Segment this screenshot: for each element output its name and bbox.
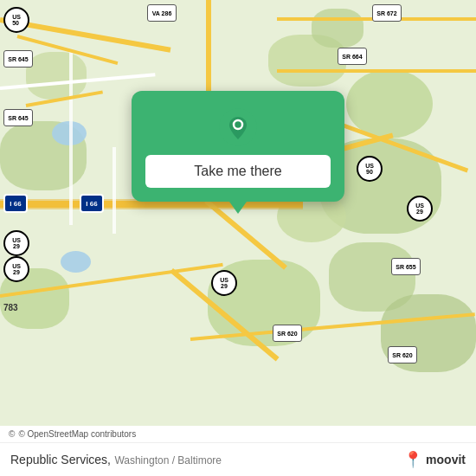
location-name: Republic Services, xyxy=(10,453,111,466)
location-info: Republic Services, Washington / Baltimor… xyxy=(10,452,222,467)
moovit-logo: 📍 moovit xyxy=(403,450,466,469)
shield-i66-left: I 66 xyxy=(3,194,28,213)
road-minor-2 xyxy=(69,52,73,225)
location-bar: Republic Services, Washington / Baltimor… xyxy=(0,442,476,476)
shield-us29-left: US29 xyxy=(3,256,29,282)
location-sub: Washington / Baltimore xyxy=(114,454,222,466)
shield-sr645-b: SR 645 xyxy=(3,109,33,126)
moovit-pin-icon: 📍 xyxy=(403,450,422,469)
road-minor-3 xyxy=(113,147,116,234)
shield-us90: US90 xyxy=(357,156,383,182)
road-sr664 xyxy=(277,69,476,73)
shield-sr655: SR 655 xyxy=(391,258,421,275)
shield-sr672: SR 672 xyxy=(372,4,402,22)
moovit-label: moovit xyxy=(426,453,466,466)
take-me-there-button[interactable]: Take me there xyxy=(145,155,331,188)
water-2 xyxy=(61,251,91,273)
green-area-9 xyxy=(26,52,87,100)
location-pin-icon xyxy=(219,108,257,146)
label-783: 783 xyxy=(3,303,18,312)
shield-sr620-b: SR 620 xyxy=(388,346,417,363)
popup-tail xyxy=(229,202,247,214)
navigation-popup: Take me there xyxy=(132,91,344,202)
shield-us50: US50 xyxy=(3,7,29,33)
shield-sr664: SR 664 xyxy=(338,48,367,65)
map-container: US50 VA 286 SR 672 SR 645 SR 664 SR 645 … xyxy=(0,0,476,476)
attribution: © © OpenStreetMap contributors xyxy=(0,426,476,442)
shield-us25: US29 xyxy=(3,230,29,256)
shield-us29-center: US29 xyxy=(211,270,237,296)
copyright-symbol: © xyxy=(9,429,15,439)
shield-sr620-a: SR 620 xyxy=(273,325,302,342)
shield-i66-center: I 66 xyxy=(80,194,104,213)
shield-va286-top: VA 286 xyxy=(147,4,177,22)
bottom-bar: © © OpenStreetMap contributors Republic … xyxy=(0,426,476,476)
green-area-2 xyxy=(312,9,363,48)
shield-sr645-a: SR 645 xyxy=(3,50,33,68)
shield-us29-right: US29 xyxy=(407,196,433,222)
attribution-text: © OpenStreetMap contributors xyxy=(18,429,136,439)
